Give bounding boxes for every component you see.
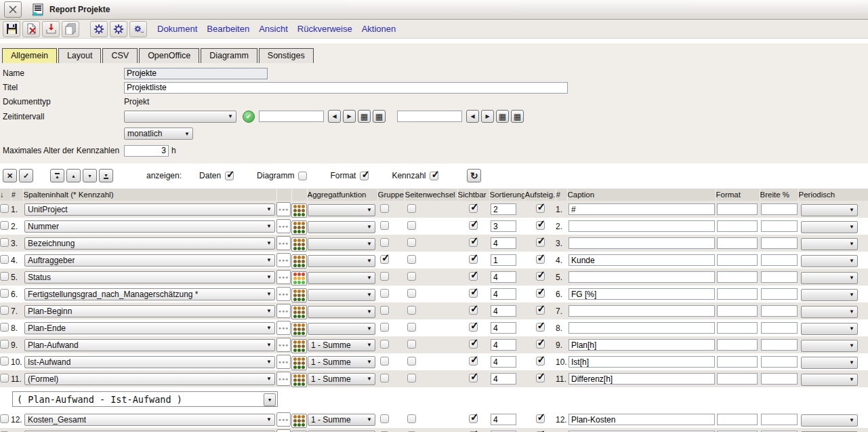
gruppe-checkbox[interactable] xyxy=(380,414,389,423)
aggregate-select[interactable]: 1 - Summe ▼ xyxy=(308,339,375,351)
intervall-select[interactable]: monatlich ▼ xyxy=(124,127,193,140)
aggregate-select[interactable]: ▼ xyxy=(308,204,375,216)
anzeigen-option-checkbox[interactable] xyxy=(298,172,307,180)
aufsteig-checkbox[interactable] xyxy=(536,374,545,382)
format-input[interactable] xyxy=(717,271,758,283)
deselect-all-button[interactable]: ✕ xyxy=(3,169,17,182)
breite-input[interactable] xyxy=(761,373,798,385)
seitenwechsel-checkbox[interactable] xyxy=(407,272,416,281)
move-top-button[interactable]: ▲ xyxy=(50,169,64,182)
menu-item-bearbeiten[interactable]: Bearbeiten xyxy=(207,24,249,34)
periodisch-select[interactable]: ▼ xyxy=(801,340,858,352)
date-from-prev-button[interactable]: ◀ xyxy=(328,110,341,123)
row-select-checkbox[interactable] xyxy=(0,306,9,315)
menu-item-rueckverweise[interactable]: Rückverweise xyxy=(297,24,352,34)
aufsteig-checkbox[interactable] xyxy=(536,340,545,349)
aggregate-select[interactable]: 1 - Summe ▼ xyxy=(308,373,375,385)
anzeigen-option-checkbox[interactable] xyxy=(225,172,234,180)
tab-diagramm[interactable]: Diagramm xyxy=(201,48,257,63)
seitenwechsel-checkbox[interactable] xyxy=(407,357,416,366)
breite-input[interactable] xyxy=(761,237,798,249)
matrix-button[interactable] xyxy=(291,322,307,336)
column-content-select[interactable]: Status ▼ xyxy=(24,271,275,283)
more-options-button[interactable]: ●●● xyxy=(276,338,291,352)
caption-input[interactable] xyxy=(569,220,715,232)
periodisch-select[interactable]: ▼ xyxy=(801,221,858,233)
more-options-button[interactable]: ●●● xyxy=(276,253,291,267)
formula-input[interactable]: ( Plan-Aufwand - Ist-Aufwand ) ▼ xyxy=(12,391,278,407)
anzeigen-option-checkbox[interactable] xyxy=(360,172,369,180)
move-bottom-button[interactable]: ▼ xyxy=(99,169,113,182)
aufsteig-checkbox[interactable] xyxy=(536,357,545,366)
caption-input[interactable] xyxy=(569,356,715,368)
gruppe-checkbox[interactable] xyxy=(380,340,389,349)
format-input[interactable] xyxy=(717,356,758,368)
breite-input[interactable] xyxy=(761,203,798,215)
gruppe-checkbox[interactable] xyxy=(380,289,389,298)
seitenwechsel-checkbox[interactable] xyxy=(407,255,416,264)
sortierung-input[interactable] xyxy=(491,220,516,232)
date-from-input[interactable] xyxy=(259,111,324,122)
aufsteig-checkbox[interactable] xyxy=(536,255,545,264)
row-select-checkbox[interactable] xyxy=(0,414,9,423)
aggregate-select[interactable]: ▼ xyxy=(308,272,375,284)
column-content-select[interactable]: Bezeichnung ▼ xyxy=(24,237,275,250)
format-input[interactable] xyxy=(717,254,758,266)
move-up-button[interactable]: ▲ xyxy=(66,169,81,182)
matrix-button[interactable] xyxy=(291,356,307,370)
caption-input[interactable] xyxy=(569,322,715,334)
seitenwechsel-checkbox[interactable] xyxy=(407,221,416,230)
seitenwechsel-checkbox[interactable] xyxy=(407,340,416,349)
sortierung-input[interactable] xyxy=(491,254,516,266)
discard-document-button[interactable] xyxy=(22,21,40,37)
caption-input[interactable] xyxy=(569,254,715,266)
format-input[interactable] xyxy=(717,373,758,385)
column-content-select[interactable]: Nummer ▼ xyxy=(24,220,275,233)
periodisch-select[interactable]: ▼ xyxy=(801,306,858,318)
row-select-checkbox[interactable] xyxy=(0,374,9,382)
aggregate-select[interactable]: 1 - Summe ▼ xyxy=(308,414,375,426)
matrix-button[interactable] xyxy=(291,254,307,269)
format-input[interactable] xyxy=(717,305,758,317)
sortierung-input[interactable] xyxy=(491,322,516,334)
caption-input[interactable] xyxy=(569,414,715,425)
breite-input[interactable] xyxy=(761,305,798,317)
seitenwechsel-checkbox[interactable] xyxy=(407,323,416,332)
aufsteig-checkbox[interactable] xyxy=(536,306,545,315)
sortierung-input[interactable] xyxy=(491,237,516,249)
aufsteig-checkbox[interactable] xyxy=(536,414,545,423)
row-select-checkbox[interactable] xyxy=(0,272,9,281)
name-input[interactable] xyxy=(124,68,268,79)
gruppe-checkbox[interactable] xyxy=(380,323,389,332)
max-alter-input[interactable] xyxy=(124,145,169,157)
aggregate-select[interactable]: ▼ xyxy=(308,323,375,335)
matrix-button[interactable] xyxy=(291,339,307,353)
aufsteig-checkbox[interactable] xyxy=(536,289,545,298)
calendar-icon[interactable]: ▦ xyxy=(511,110,524,123)
caption-input[interactable] xyxy=(569,373,715,385)
sichtbar-checkbox[interactable] xyxy=(469,272,478,281)
sichtbar-checkbox[interactable] xyxy=(469,221,478,230)
format-input[interactable] xyxy=(717,414,758,425)
caption-input[interactable] xyxy=(569,271,715,283)
column-content-select[interactable]: Auftraggeber ▼ xyxy=(24,254,275,267)
formula-dropdown-button[interactable]: ▼ xyxy=(264,393,276,406)
calendar-icon[interactable]: ▦ xyxy=(373,110,386,123)
periodisch-select[interactable]: ▼ xyxy=(801,238,858,250)
matrix-button[interactable] xyxy=(291,373,307,387)
more-options-button[interactable]: ●●● xyxy=(276,412,291,427)
gruppe-checkbox[interactable] xyxy=(380,357,389,366)
aufsteig-checkbox[interactable] xyxy=(536,272,545,281)
more-options-button[interactable]: ●●● xyxy=(276,287,291,301)
gruppe-checkbox[interactable] xyxy=(380,306,389,315)
column-content-select[interactable]: Plan-Ende ▼ xyxy=(24,322,275,334)
aufsteig-checkbox[interactable] xyxy=(536,323,545,332)
gruppe-checkbox[interactable] xyxy=(380,255,389,264)
breite-input[interactable] xyxy=(761,356,798,368)
matrix-button[interactable] xyxy=(291,305,307,319)
column-content-select[interactable]: Fertigstellungsgrad_nach_Managerschätzun… xyxy=(24,288,275,300)
matrix-button[interactable] xyxy=(291,220,307,235)
sichtbar-checkbox[interactable] xyxy=(469,255,478,264)
breite-input[interactable] xyxy=(761,339,798,351)
aufsteig-checkbox[interactable] xyxy=(536,238,545,247)
